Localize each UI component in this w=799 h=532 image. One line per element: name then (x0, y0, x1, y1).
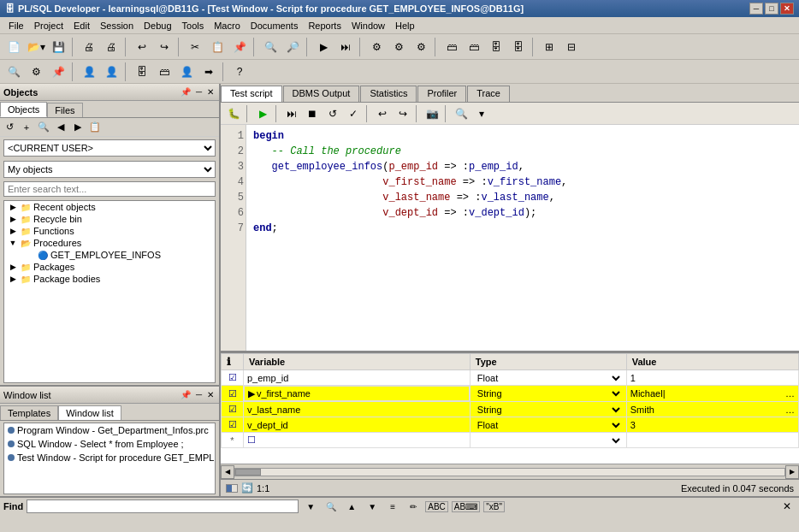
expand-btn-1[interactable]: … (785, 388, 795, 399)
menu-tools[interactable]: Tools (177, 19, 210, 33)
find-options-btn[interactable]: ≡ (384, 499, 401, 513)
editor-commit-btn[interactable]: ✓ (344, 105, 363, 122)
tb-run[interactable]: ▶ (313, 38, 334, 56)
tb2-settings[interactable]: ⚙ (26, 62, 46, 81)
tab-statistics[interactable]: Statistics (360, 86, 417, 102)
tb-copy[interactable]: 📋 (207, 38, 228, 56)
tb-db4[interactable]: 🗄 (508, 38, 529, 56)
editor-bug-btn[interactable]: 🐛 (224, 105, 243, 122)
editor-refresh-btn[interactable]: ↺ (323, 105, 342, 122)
wl-item-2[interactable]: Test Window - Script for procedure GET_E… (4, 451, 215, 464)
hscroll-left-btn[interactable]: ◀ (221, 465, 234, 479)
tb2-search[interactable]: 🔍 (3, 62, 24, 81)
tb2-db[interactable]: 🗄 (132, 62, 152, 81)
find-prev-btn[interactable]: ▲ (343, 499, 360, 513)
tb-db1[interactable]: 🗃 (441, 38, 462, 56)
tb2-pin[interactable]: 📌 (48, 62, 68, 81)
tree-item-get-employee[interactable]: 🔵 GET_EMPLOYEE_INFOS (4, 249, 215, 261)
tb-redo[interactable]: ↪ (154, 38, 175, 56)
var-name-1[interactable]: ▶v_first_name (244, 386, 470, 401)
type-select-0[interactable]: Float (474, 372, 623, 384)
tb-search2[interactable]: 🔎 (282, 38, 303, 56)
tb-run2[interactable]: ⏭ (335, 38, 356, 56)
tb2-person3[interactable]: 👤 (176, 62, 197, 81)
var-new-check[interactable]: ☐ (244, 433, 471, 448)
tb-search[interactable]: 🔍 (260, 38, 281, 56)
objects-close-btn[interactable]: ✕ (205, 87, 216, 97)
tree-item-packages[interactable]: ▶ 📁 Packages (4, 261, 215, 273)
tb-print[interactable]: 🖨 (79, 38, 99, 56)
editor-search-dropdown[interactable]: ▾ (472, 105, 491, 122)
tb2-person2[interactable]: 👤 (101, 62, 121, 81)
editor-run-btn[interactable]: ▶ (253, 105, 272, 122)
tab-templates[interactable]: Templates (0, 405, 58, 420)
variable-table[interactable]: ℹ Variable Type Value ☑ p_emp_id Float (221, 352, 799, 464)
tb-compile3[interactable]: ⚙ (411, 38, 431, 56)
tb-new[interactable]: 📄 (3, 38, 24, 56)
menu-reports[interactable]: Reports (303, 19, 346, 33)
minimize-button[interactable]: ─ (749, 3, 763, 15)
wl-item-1[interactable]: SQL Window - Select * from Employee ; (4, 437, 215, 451)
maximize-button[interactable]: □ (765, 3, 778, 15)
wl-item-0[interactable]: Program Window - Get_Department_Infos.pr… (4, 423, 215, 437)
editor-step-btn[interactable]: ⏭ (282, 105, 301, 122)
tab-profiler[interactable]: Profiler (417, 86, 466, 102)
tb-compile2[interactable]: ⚙ (388, 38, 409, 56)
tb-compile[interactable]: ⚙ (366, 38, 387, 56)
code-editor[interactable]: 1 2 3 4 5 6 7 begin -- Call the procedur… (221, 125, 799, 352)
var-value-1[interactable]: Michael| … (626, 386, 798, 402)
expand-btn-2[interactable]: … (785, 405, 795, 415)
editor-redo-btn[interactable]: ↪ (394, 105, 412, 122)
wl-close-btn[interactable]: ✕ (205, 390, 216, 399)
tree-item-functions[interactable]: ▶ 📁 Functions (4, 225, 215, 237)
find-search-btn[interactable]: 🔍 (323, 499, 340, 513)
tab-trace[interactable]: Trace (467, 86, 510, 102)
menu-window[interactable]: Window (346, 19, 390, 33)
tb-grid2[interactable]: ⊟ (561, 38, 582, 56)
editor-search-btn[interactable]: 🔍 (452, 105, 471, 122)
tb-print2[interactable]: 🖨 (101, 38, 121, 56)
obj-search-btn[interactable]: 🔍 (36, 120, 51, 135)
menu-documents[interactable]: Documents (246, 19, 304, 33)
tb-db3[interactable]: 🗄 (486, 38, 506, 56)
hscroll-thumb[interactable] (235, 469, 261, 476)
var-type-1[interactable]: String (470, 386, 626, 402)
close-button[interactable]: ✕ (780, 3, 794, 15)
tb2-help[interactable]: ? (229, 62, 250, 81)
tb-save[interactable]: 💾 (48, 38, 68, 56)
tab-files[interactable]: Files (47, 103, 82, 117)
obj-add-btn[interactable]: + (19, 120, 34, 135)
tb-paste[interactable]: 📌 (229, 38, 250, 56)
tab-objects[interactable]: Objects (0, 102, 47, 117)
tb-undo[interactable]: ↩ (132, 38, 152, 56)
tab-test-script[interactable]: Test script (221, 86, 282, 102)
tb-grid1[interactable]: ⊞ (539, 38, 559, 56)
tb-open-dropdown[interactable]: 📂▾ (26, 38, 46, 56)
tb2-arrow[interactable]: ➡ (198, 62, 219, 81)
obj-refresh-btn[interactable]: ↺ (2, 120, 17, 135)
current-user-dropdown[interactable]: <CURRENT USER> (3, 139, 216, 157)
var-type-2[interactable]: String (470, 402, 626, 417)
menu-session[interactable]: Session (95, 19, 139, 33)
tab-window-list[interactable]: Window list (58, 405, 121, 420)
editor-cam-btn[interactable]: 📷 (423, 105, 441, 122)
objects-pin-btn[interactable]: 📌 (179, 87, 192, 97)
var-type-3[interactable]: Float (470, 417, 626, 433)
obj-copy-btn[interactable]: 📋 (87, 120, 103, 135)
var-name-2[interactable]: v_last_name (244, 402, 471, 417)
type-select-1[interactable]: String (474, 387, 623, 399)
tree-item-package-bodies[interactable]: ▶ 📁 Package bodies (4, 273, 215, 285)
tree-item-procedures[interactable]: ▼ 📂 Procedures (4, 237, 215, 249)
code-content[interactable]: begin -- Call the procedure get_employee… (246, 125, 799, 351)
find-dropdown-btn[interactable]: ▼ (302, 499, 319, 513)
obj-back-btn[interactable]: ◀ (53, 120, 68, 135)
wl-pin-btn[interactable]: 📌 (179, 390, 192, 399)
menu-project[interactable]: Project (29, 19, 68, 33)
type-select-2[interactable]: String (474, 404, 623, 416)
search-input[interactable] (3, 181, 216, 197)
obj-forward-btn[interactable]: ▶ (70, 120, 86, 135)
var-value-0[interactable]: 1 (626, 370, 798, 386)
menu-macro[interactable]: Macro (209, 19, 246, 33)
hscroll-track[interactable] (234, 468, 785, 476)
var-name-0[interactable]: p_emp_id (244, 370, 471, 386)
